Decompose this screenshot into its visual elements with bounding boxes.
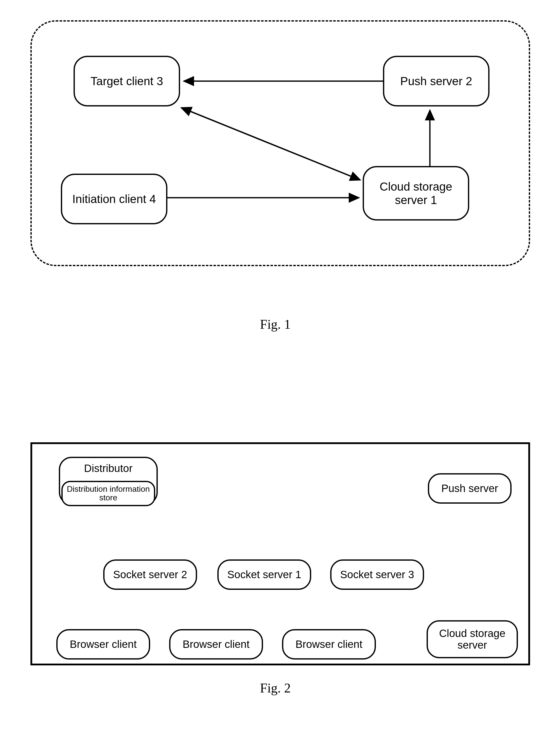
- node-browser-client-2: Browser client: [169, 629, 263, 660]
- node-push-server: Push server: [428, 473, 512, 504]
- node-label: Browser client: [70, 638, 137, 650]
- node-browser-client-1: Browser client: [56, 629, 150, 660]
- node-cloud-storage-server: Cloud storage server: [427, 620, 518, 658]
- node-label: Distributor: [84, 462, 132, 474]
- figure-1: Target client 3 Push server 2 Initiation…: [30, 20, 530, 266]
- fig1-caption: Fig. 1: [260, 317, 291, 332]
- node-push-server: Push server 2: [383, 56, 489, 107]
- node-label: Socket server 1: [227, 569, 301, 580]
- node-label: Socket server 3: [340, 569, 414, 580]
- caption-text: Fig. 2: [260, 681, 291, 695]
- node-label: Push server: [441, 482, 498, 494]
- node-initiation-client: Initiation client 4: [61, 174, 167, 224]
- node-target-client: Target client 3: [74, 56, 180, 107]
- node-distribution-store: Distribution information store: [61, 481, 155, 506]
- node-label: Initiation client 4: [72, 192, 156, 206]
- node-cloud-storage: Cloud storage server 1: [363, 166, 469, 221]
- node-label: Distribution information store: [63, 485, 154, 502]
- node-label: Browser client: [183, 638, 250, 650]
- node-browser-client-3: Browser client: [282, 629, 376, 660]
- figure-2: Distributor Distribution information sto…: [30, 442, 530, 665]
- fig2-caption: Fig. 2: [260, 681, 291, 696]
- caption-text: Fig. 1: [260, 317, 291, 332]
- node-socket-server-1: Socket server 1: [217, 559, 311, 590]
- node-label: Cloud storage server: [428, 628, 517, 651]
- node-label: Cloud storage server 1: [364, 180, 468, 207]
- node-socket-server-3: Socket server 3: [330, 559, 424, 590]
- node-label: Socket server 2: [113, 569, 187, 580]
- node-label: Target client 3: [91, 75, 163, 88]
- node-label: Browser client: [295, 638, 362, 650]
- node-label: Push server 2: [400, 75, 472, 88]
- node-socket-server-2: Socket server 2: [103, 559, 197, 590]
